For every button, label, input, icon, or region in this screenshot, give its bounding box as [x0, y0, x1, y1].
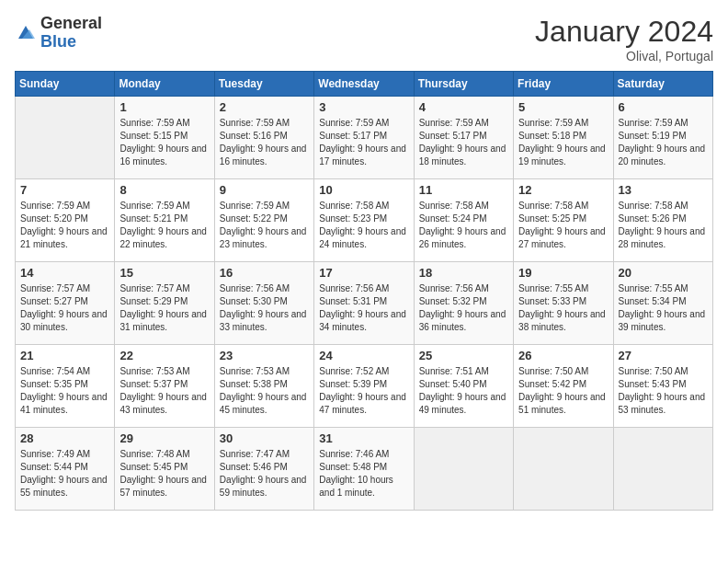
- day-number: 4: [419, 100, 508, 114]
- calendar-header: Sunday Monday Tuesday Wednesday Thursday…: [16, 72, 713, 97]
- week-row-4: 21Sunrise: 7:54 AM Sunset: 5:35 PM Dayli…: [16, 345, 713, 428]
- day-info: Sunrise: 7:51 AM Sunset: 5:40 PM Dayligh…: [419, 365, 508, 417]
- day-info: Sunrise: 7:46 AM Sunset: 5:48 PM Dayligh…: [319, 448, 408, 500]
- day-number: 18: [419, 266, 508, 280]
- calendar-body: 1Sunrise: 7:59 AM Sunset: 5:15 PM Daylig…: [16, 97, 713, 511]
- calendar-table: Sunday Monday Tuesday Wednesday Thursday…: [15, 71, 713, 511]
- day-number: 31: [319, 431, 408, 445]
- day-cell: [514, 428, 613, 511]
- day-cell: 21Sunrise: 7:54 AM Sunset: 5:35 PM Dayli…: [16, 345, 115, 428]
- day-info: Sunrise: 7:47 AM Sunset: 5:46 PM Dayligh…: [220, 448, 309, 500]
- day-cell: 24Sunrise: 7:52 AM Sunset: 5:39 PM Dayli…: [314, 345, 414, 428]
- day-number: 7: [20, 183, 109, 197]
- day-info: Sunrise: 7:57 AM Sunset: 5:29 PM Dayligh…: [119, 282, 209, 334]
- day-number: 22: [119, 349, 209, 362]
- day-info: Sunrise: 7:56 AM Sunset: 5:30 PM Dayligh…: [220, 282, 309, 334]
- day-cell: [16, 97, 115, 179]
- day-number: 12: [518, 183, 608, 197]
- day-cell: 23Sunrise: 7:53 AM Sunset: 5:38 PM Dayli…: [214, 345, 313, 428]
- day-cell: 19Sunrise: 7:55 AM Sunset: 5:33 PM Dayli…: [514, 262, 613, 345]
- week-row-1: 1Sunrise: 7:59 AM Sunset: 5:15 PM Daylig…: [16, 97, 713, 179]
- location: Olival, Portugal: [535, 49, 713, 63]
- day-cell: 25Sunrise: 7:51 AM Sunset: 5:40 PM Dayli…: [414, 345, 513, 428]
- day-number: 10: [319, 183, 408, 197]
- day-number: 8: [119, 183, 209, 197]
- header-row: Sunday Monday Tuesday Wednesday Thursday…: [16, 72, 713, 97]
- day-info: Sunrise: 7:49 AM Sunset: 5:44 PM Dayligh…: [20, 448, 109, 500]
- day-info: Sunrise: 7:59 AM Sunset: 5:22 PM Dayligh…: [220, 200, 309, 251]
- day-number: 21: [20, 349, 109, 362]
- day-info: Sunrise: 7:55 AM Sunset: 5:34 PM Dayligh…: [619, 282, 708, 334]
- day-info: Sunrise: 7:50 AM Sunset: 5:42 PM Dayligh…: [518, 365, 608, 417]
- day-number: 5: [518, 100, 608, 114]
- logo-blue: Blue: [40, 33, 102, 52]
- header-wednesday: Wednesday: [314, 72, 414, 97]
- day-info: Sunrise: 7:53 AM Sunset: 5:37 PM Dayligh…: [119, 365, 209, 417]
- day-cell: 11Sunrise: 7:58 AM Sunset: 5:24 PM Dayli…: [414, 179, 513, 262]
- day-cell: [613, 428, 712, 511]
- day-info: Sunrise: 7:56 AM Sunset: 5:31 PM Dayligh…: [319, 282, 408, 334]
- day-number: 6: [619, 100, 708, 114]
- day-cell: 13Sunrise: 7:58 AM Sunset: 5:26 PM Dayli…: [613, 179, 712, 262]
- day-number: 9: [220, 183, 309, 197]
- day-number: 19: [518, 266, 608, 280]
- day-cell: 22Sunrise: 7:53 AM Sunset: 5:37 PM Dayli…: [115, 345, 214, 428]
- day-info: Sunrise: 7:59 AM Sunset: 5:17 PM Dayligh…: [419, 117, 508, 168]
- logo-text: General Blue: [40, 15, 102, 52]
- day-cell: 15Sunrise: 7:57 AM Sunset: 5:29 PM Dayli…: [115, 262, 214, 345]
- month-title: January 2024: [535, 15, 713, 49]
- day-cell: 18Sunrise: 7:56 AM Sunset: 5:32 PM Dayli…: [414, 262, 513, 345]
- day-cell: 20Sunrise: 7:55 AM Sunset: 5:34 PM Dayli…: [613, 262, 712, 345]
- day-info: Sunrise: 7:50 AM Sunset: 5:43 PM Dayligh…: [619, 365, 708, 417]
- day-cell: 10Sunrise: 7:58 AM Sunset: 5:23 PM Dayli…: [314, 179, 414, 262]
- day-cell: 2Sunrise: 7:59 AM Sunset: 5:16 PM Daylig…: [214, 97, 313, 179]
- day-number: 1: [119, 100, 209, 114]
- day-cell: 29Sunrise: 7:48 AM Sunset: 5:45 PM Dayli…: [115, 428, 214, 511]
- day-cell: 14Sunrise: 7:57 AM Sunset: 5:27 PM Dayli…: [16, 262, 115, 345]
- day-info: Sunrise: 7:56 AM Sunset: 5:32 PM Dayligh…: [419, 282, 508, 334]
- day-cell: 12Sunrise: 7:58 AM Sunset: 5:25 PM Dayli…: [514, 179, 613, 262]
- header-tuesday: Tuesday: [214, 72, 313, 97]
- page-header: General Blue January 2024 Olival, Portug…: [15, 15, 713, 63]
- day-number: 26: [518, 349, 608, 362]
- day-number: 23: [220, 349, 309, 362]
- logo-general: General: [40, 15, 102, 33]
- day-number: 2: [220, 100, 309, 114]
- header-thursday: Thursday: [414, 72, 513, 97]
- day-info: Sunrise: 7:57 AM Sunset: 5:27 PM Dayligh…: [20, 282, 109, 334]
- day-number: 13: [619, 183, 708, 197]
- day-number: 30: [220, 431, 309, 445]
- day-cell: 27Sunrise: 7:50 AM Sunset: 5:43 PM Dayli…: [613, 345, 712, 428]
- header-friday: Friday: [514, 72, 613, 97]
- header-saturday: Saturday: [613, 72, 712, 97]
- day-number: 17: [319, 266, 408, 280]
- day-cell: 31Sunrise: 7:46 AM Sunset: 5:48 PM Dayli…: [314, 428, 414, 511]
- day-number: 16: [220, 266, 309, 280]
- day-cell: 8Sunrise: 7:59 AM Sunset: 5:21 PM Daylig…: [115, 179, 214, 262]
- day-info: Sunrise: 7:59 AM Sunset: 5:17 PM Dayligh…: [319, 117, 408, 168]
- day-cell: 16Sunrise: 7:56 AM Sunset: 5:30 PM Dayli…: [214, 262, 313, 345]
- week-row-5: 28Sunrise: 7:49 AM Sunset: 5:44 PM Dayli…: [16, 428, 713, 511]
- day-info: Sunrise: 7:48 AM Sunset: 5:45 PM Dayligh…: [119, 448, 209, 500]
- day-info: Sunrise: 7:53 AM Sunset: 5:38 PM Dayligh…: [220, 365, 309, 417]
- day-info: Sunrise: 7:59 AM Sunset: 5:16 PM Dayligh…: [220, 117, 309, 168]
- week-row-2: 7Sunrise: 7:59 AM Sunset: 5:20 PM Daylig…: [16, 179, 713, 262]
- day-info: Sunrise: 7:55 AM Sunset: 5:33 PM Dayligh…: [518, 282, 608, 334]
- day-number: 14: [20, 266, 109, 280]
- day-cell: 9Sunrise: 7:59 AM Sunset: 5:22 PM Daylig…: [214, 179, 313, 262]
- day-info: Sunrise: 7:58 AM Sunset: 5:25 PM Dayligh…: [518, 200, 608, 251]
- day-number: 15: [119, 266, 209, 280]
- header-sunday: Sunday: [16, 72, 115, 97]
- day-info: Sunrise: 7:52 AM Sunset: 5:39 PM Dayligh…: [319, 365, 408, 417]
- day-number: 27: [619, 349, 708, 362]
- day-info: Sunrise: 7:59 AM Sunset: 5:21 PM Dayligh…: [119, 200, 209, 251]
- day-cell: 17Sunrise: 7:56 AM Sunset: 5:31 PM Dayli…: [314, 262, 414, 345]
- day-info: Sunrise: 7:59 AM Sunset: 5:15 PM Dayligh…: [119, 117, 209, 168]
- day-info: Sunrise: 7:54 AM Sunset: 5:35 PM Dayligh…: [20, 365, 109, 417]
- day-cell: 26Sunrise: 7:50 AM Sunset: 5:42 PM Dayli…: [514, 345, 613, 428]
- week-row-3: 14Sunrise: 7:57 AM Sunset: 5:27 PM Dayli…: [16, 262, 713, 345]
- day-number: 25: [419, 349, 508, 362]
- day-cell: 1Sunrise: 7:59 AM Sunset: 5:15 PM Daylig…: [115, 97, 214, 179]
- day-info: Sunrise: 7:58 AM Sunset: 5:24 PM Dayligh…: [419, 200, 508, 251]
- day-number: 28: [20, 431, 109, 445]
